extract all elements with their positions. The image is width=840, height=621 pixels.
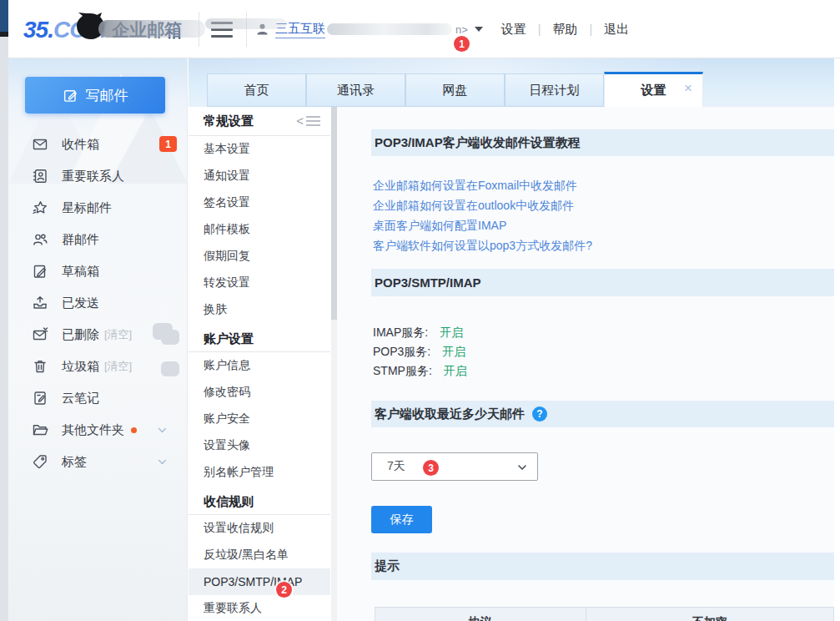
tips-table-header-row: 协议 不加密: [375, 608, 833, 621]
user-account-area: 三五互联 n> 设置 | 帮助 | 退出: [255, 0, 631, 58]
nav-item-skin[interactable]: 换肤: [204, 296, 330, 323]
star-icon: [32, 199, 48, 216]
nav-item-basic-settings[interactable]: 基本设置: [204, 136, 330, 163]
nav-item-pop3-smtp-imap[interactable]: POP3/SMTP/IMAP: [189, 568, 330, 595]
account-dropdown-caret-icon[interactable]: [475, 27, 483, 32]
sidebar-item-sent[interactable]: 已发送: [8, 287, 188, 319]
tutorial-link-pop3[interactable]: 客户端软件如何设置以pop3方式收发邮件?: [373, 235, 834, 255]
tutorial-link-outlook[interactable]: 企业邮箱如何设置在outlook中收发邮件: [373, 195, 834, 215]
step-badge-2: 2: [276, 582, 292, 598]
sidebar-item-important-contacts[interactable]: 重要联系人: [8, 160, 188, 192]
topbar-divider-2: [246, 12, 247, 47]
fetch-days-select[interactable]: 7天: [371, 452, 538, 481]
nav-scrollbar[interactable]: [331, 107, 337, 621]
empty-deleted-link[interactable]: [清空]: [104, 327, 132, 342]
collapse-nav-icon[interactable]: <: [296, 114, 320, 129]
chevron-down-icon-2[interactable]: [157, 456, 168, 467]
tag-icon: [32, 453, 48, 470]
select-chevron-icon: [516, 461, 529, 474]
nav-item-notification-settings[interactable]: 通知设置: [204, 163, 330, 189]
webmail-window: 35.COM 企业邮箱 三五互联 n> 设置 | 帮助: [0, 0, 840, 621]
sidebar-item-drafts[interactable]: 草稿箱: [8, 255, 188, 287]
logo-redaction-blur: [98, 20, 205, 38]
logout-link[interactable]: 退出: [602, 22, 631, 38]
pop3-enabled-link[interactable]: 开启: [442, 345, 465, 360]
nav-item-forwarding[interactable]: 转发设置: [204, 270, 330, 296]
compose-pencil-icon: [63, 88, 78, 104]
compose-button[interactable]: 写邮件: [25, 77, 165, 114]
folder-icon: [32, 422, 48, 438]
chevron-down-icon[interactable]: [157, 424, 168, 435]
sidebar-item-other-folders[interactable]: 其他文件夹: [8, 414, 188, 446]
background-window-sliver: [0, 0, 8, 621]
group-icon: [32, 231, 48, 248]
nav-item-important-contacts[interactable]: 重要联系人: [204, 595, 330, 621]
tips-section-header: 提示: [371, 553, 834, 580]
tab-contacts[interactable]: 通讯录: [306, 73, 405, 107]
nav-item-account-info[interactable]: 账户信息: [204, 352, 330, 379]
fetch-days-section-header: 客户端收取最近多少天邮件 ?: [371, 401, 834, 427]
topbar-menu: 设置 | 帮助 | 退出: [500, 22, 631, 38]
tutorial-link-foxmail[interactable]: 企业邮箱如何设置在Foxmail中收发邮件: [373, 175, 834, 195]
nav-item-alias-accounts[interactable]: 别名帐户管理: [204, 459, 330, 486]
cloud-overlay-icon-2: [153, 355, 179, 378]
nav-group-general: 常规设置 <: [204, 107, 330, 135]
step-badge-3: 3: [423, 460, 439, 476]
tab-home[interactable]: 首页: [207, 73, 306, 107]
tab-calendar[interactable]: 日程计划: [505, 73, 604, 107]
pop3-service-row: POP3服务: 开启: [373, 342, 834, 361]
help-icon[interactable]: ?: [532, 406, 547, 422]
tips-table: 协议 不加密: [375, 607, 834, 621]
fetch-days-selected-value: 7天: [387, 459, 405, 474]
note-icon: [32, 390, 48, 406]
nav-group-account: 账户设置: [204, 326, 330, 351]
protocol-column-header: 协议: [375, 608, 586, 621]
logo-redaction-blur-2: [205, 18, 287, 29]
settings-link[interactable]: 设置: [500, 22, 528, 38]
sidebar-item-cloud-notes[interactable]: 云笔记: [8, 382, 188, 414]
trash-icon: [32, 358, 48, 375]
nav-item-vacation-reply[interactable]: 假期回复: [204, 243, 330, 270]
sidebar-item-tags[interactable]: 标签: [8, 446, 188, 477]
sidebar-item-deleted[interactable]: 已删除 [清空]: [8, 319, 188, 351]
settings-content: POP3/IMAP客户端收发邮件设置教程 企业邮箱如何设置在Foxmail中收发…: [337, 107, 834, 621]
help-link[interactable]: 帮助: [551, 22, 579, 38]
compose-label: 写邮件: [86, 86, 128, 105]
tutorial-link-imap[interactable]: 桌面客户端如何配置IMAP: [373, 215, 834, 235]
nav-group-receiving-rules: 收信规则: [204, 489, 330, 514]
empty-junk-link[interactable]: [清空]: [104, 359, 132, 374]
contact-card-icon: [32, 168, 48, 184]
nav-item-change-password[interactable]: 修改密码: [204, 379, 330, 406]
nav-item-mail-templates[interactable]: 邮件模板: [204, 216, 330, 243]
smtp-enabled-link[interactable]: 开启: [444, 364, 467, 379]
sidebar-item-group-mail[interactable]: 群邮件: [8, 224, 188, 255]
nav-item-signature-settings[interactable]: 签名设置: [204, 189, 330, 216]
save-button[interactable]: 保存: [371, 506, 432, 533]
top-bar: 35.COM 企业邮箱 三五互联 n> 设置 | 帮助: [8, 0, 840, 58]
tutorial-links: 企业邮箱如何设置在Foxmail中收发邮件 企业邮箱如何设置在outlook中收…: [373, 175, 834, 255]
step-badge-1: 1: [454, 36, 470, 52]
imap-enabled-link[interactable]: 开启: [440, 326, 463, 341]
nav-item-account-security[interactable]: 账户安全: [204, 406, 330, 432]
draft-icon: [32, 263, 48, 280]
envelope-icon: [32, 136, 48, 153]
inbox-unread-badge: 1: [159, 136, 177, 152]
tutorial-section-header: POP3/IMAP客户端收发邮件设置教程: [371, 129, 834, 156]
deleted-envelope-icon: [32, 326, 48, 343]
sidebar-item-inbox[interactable]: 收件箱 1: [8, 129, 188, 160]
cloud-overlay-icon: [153, 323, 179, 346]
sidebar-item-starred[interactable]: 星标邮件: [8, 192, 188, 224]
imap-service-row: IMAP服务: 开启: [373, 323, 834, 342]
tab-settings[interactable]: 设置 ×: [604, 72, 703, 107]
nav-item-receiving-rules[interactable]: 设置收信规则: [204, 515, 330, 542]
sidebar-folder-list: 收件箱 1 重要联系人 星标邮件 群邮件: [8, 129, 188, 477]
services-status-list: IMAP服务: 开启 POP3服务: 开启 STMP服务: 开启: [373, 323, 834, 381]
nav-item-avatar[interactable]: 设置头像: [204, 432, 330, 459]
sidebar-item-junk[interactable]: 垃圾箱 [清空]: [8, 351, 188, 382]
tab-netdisk[interactable]: 网盘: [405, 73, 505, 107]
nav-scrollbar-thumb[interactable]: [331, 107, 337, 320]
content-scrollbar-track[interactable]: [834, 58, 840, 621]
unencrypted-column-header: 不加密: [586, 608, 833, 621]
close-tab-icon[interactable]: ×: [684, 81, 692, 95]
nav-item-antispam-lists[interactable]: 反垃圾/黑白名单: [204, 542, 330, 568]
